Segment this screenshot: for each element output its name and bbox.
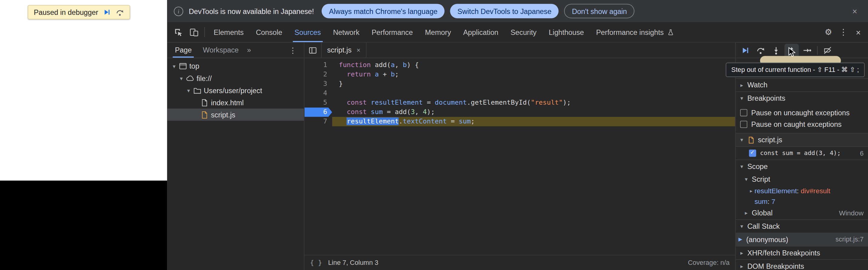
- pause-uncaught-label: Pause on uncaught exceptions: [751, 109, 850, 117]
- switch-devtools-to-japanese-button[interactable]: Switch DevTools to Japanese: [450, 4, 559, 18]
- settings-gear-icon[interactable]: ⚙: [821, 27, 836, 37]
- controls-separator: [817, 46, 818, 55]
- more-options-kebab-icon[interactable]: ⋮: [836, 27, 851, 37]
- tree-item-users-user-project[interactable]: ▾Users/user/project: [167, 84, 304, 96]
- editor-tab-scriptjs[interactable]: script.js ×: [321, 43, 367, 58]
- deactivate-breakpoints-button[interactable]: [820, 43, 835, 57]
- code-line-4[interactable]: 4: [304, 89, 735, 98]
- debugger-sidebar: Step out of current function - ⇧ F11 - ⌘…: [735, 43, 868, 270]
- tab-workspace[interactable]: Workspace: [197, 43, 244, 58]
- devtools-toolbar: ElementsConsoleSourcesNetworkPerformance…: [167, 22, 868, 43]
- infobar-actions: Always match Chrome's languageSwitch Dev…: [322, 4, 634, 18]
- scope-global-group[interactable]: ▸ Global Window: [736, 207, 868, 219]
- line-number[interactable]: 1: [304, 60, 332, 70]
- pause-uncaught-row[interactable]: Pause on uncaught exceptions: [736, 107, 868, 118]
- line-number[interactable]: 2: [304, 70, 332, 79]
- code-line-5[interactable]: 5 const resultElement = document.getElem…: [304, 98, 735, 108]
- scope-script-group[interactable]: ▾ Script: [736, 173, 868, 186]
- step-out-button[interactable]: [784, 43, 799, 57]
- line-number[interactable]: 3: [304, 79, 332, 89]
- scope-section-header[interactable]: ▾ Scope: [736, 159, 868, 173]
- var-name: sum: [754, 198, 768, 205]
- infobar-close-icon[interactable]: ×: [848, 6, 861, 16]
- watch-section-header[interactable]: ▸ Watch: [736, 78, 868, 91]
- file-icon: [199, 98, 210, 107]
- pause-caught-row[interactable]: Pause on caught exceptions: [736, 119, 868, 130]
- frame-location: script.js:7: [836, 235, 864, 243]
- code-line-3[interactable]: 3}: [304, 79, 735, 89]
- pretty-print-icon[interactable]: { }: [310, 259, 322, 267]
- tab-performance-insights[interactable]: Performance insights: [590, 22, 680, 42]
- code-line-1[interactable]: 1function add(a, b) {: [304, 60, 735, 70]
- var-name: resultElement: [754, 187, 797, 195]
- pause-caught-checkbox[interactable]: [740, 121, 747, 128]
- tab-close-icon[interactable]: ×: [356, 46, 361, 54]
- coverage-status: Coverage: n/a: [688, 259, 730, 267]
- tree-item-index-html[interactable]: index.html: [167, 96, 304, 109]
- scope-var-sum[interactable]: sum: 7: [736, 196, 868, 207]
- tab-elements[interactable]: Elements: [208, 22, 250, 42]
- navigator-kebab-icon[interactable]: ⋮: [284, 46, 302, 55]
- step-button[interactable]: [800, 43, 814, 57]
- call-stack-frame[interactable]: ▶ (anonymous) script.js:7: [736, 233, 868, 246]
- tab-label: Lighthouse: [549, 28, 584, 36]
- navigator-toggle-icon[interactable]: [304, 43, 321, 58]
- always-match-chrome-s-language-button[interactable]: Always match Chrome's language: [322, 4, 445, 18]
- var-value: 7: [772, 198, 776, 205]
- tree-item-label: file://: [195, 74, 212, 82]
- code-line-6[interactable]: 6 const sum = add(3, 4);: [304, 108, 735, 117]
- code-line-text: const sum = add(3, 4);: [332, 108, 735, 117]
- breakpoint-checkbox[interactable]: [749, 150, 756, 157]
- tab-performance[interactable]: Performance: [366, 22, 419, 42]
- breakpoint-marker[interactable]: 6: [304, 108, 332, 117]
- tab-sources[interactable]: Sources: [288, 22, 327, 42]
- tab-label: Network: [333, 28, 359, 36]
- js-file-icon: [747, 136, 755, 144]
- device-toolbar-icon[interactable]: [186, 25, 202, 39]
- cursor-position: Line 7, Column 3: [328, 259, 378, 267]
- tab-label: Console: [256, 28, 282, 36]
- tree-item-file-[interactable]: ▾file://: [167, 72, 304, 84]
- global-value: Window: [839, 209, 864, 217]
- don-t-show-again-button[interactable]: Don't show again: [564, 4, 634, 18]
- pause-uncaught-checkbox[interactable]: [740, 109, 747, 117]
- navigator-pane: Page Workspace » ⋮ ▾top▾file://▾Users/us…: [167, 43, 304, 270]
- step-out-tooltip: Step out of current function - ⇧ F11 - ⌘…: [726, 62, 865, 77]
- tab-console[interactable]: Console: [250, 22, 288, 42]
- breakpoints-label: Breakpoints: [747, 94, 785, 102]
- tab-label: Performance: [372, 28, 413, 36]
- close-devtools-icon[interactable]: ×: [851, 27, 866, 37]
- step-over-button[interactable]: [753, 43, 768, 57]
- breakpoint-file-group[interactable]: ▾ script.js: [736, 133, 868, 147]
- breakpoint-file-label: script.js: [758, 136, 782, 144]
- scope-var-resultelement[interactable]: ▸ resultElement: div#result: [736, 186, 868, 196]
- tab-lighthouse[interactable]: Lighthouse: [543, 22, 590, 42]
- xhr-breakpoints-section-header[interactable]: ▸ XHR/fetch Breakpoints: [736, 246, 868, 260]
- more-tabs-chevron-icon[interactable]: »: [244, 46, 254, 54]
- breakpoint-entry[interactable]: const sum = add(3, 4); 6: [736, 147, 868, 159]
- line-number[interactable]: 4: [304, 89, 332, 98]
- tree-item-script-js[interactable]: script.js: [167, 109, 304, 121]
- scope-label: Scope: [747, 162, 768, 171]
- tab-page[interactable]: Page: [169, 43, 197, 58]
- breakpoints-section-header[interactable]: ▾ Breakpoints: [736, 91, 868, 104]
- step-into-button[interactable]: [769, 43, 783, 57]
- line-number[interactable]: 5: [304, 98, 332, 108]
- code-editor[interactable]: 1function add(a, b) {2 return a + b;3}45…: [304, 58, 735, 254]
- chevron-right-icon: ▸: [748, 188, 754, 193]
- step-over-next-icon[interactable]: [116, 8, 124, 16]
- tree-item-top[interactable]: ▾top: [167, 60, 304, 72]
- code-line-2[interactable]: 2 return a + b;: [304, 70, 735, 79]
- tab-network[interactable]: Network: [327, 22, 365, 42]
- line-number[interactable]: 7: [304, 117, 332, 126]
- tab-application[interactable]: Application: [457, 22, 504, 42]
- dom-breakpoints-section-header[interactable]: ▸ DOM Breakpoints: [736, 260, 868, 270]
- resume-button[interactable]: [738, 43, 752, 57]
- tab-memory[interactable]: Memory: [419, 22, 457, 42]
- editor-tabbar: script.js ×: [304, 43, 735, 58]
- code-line-7[interactable]: 7 resultElement.textContent = sum;: [304, 117, 735, 126]
- tab-security[interactable]: Security: [504, 22, 543, 42]
- resume-script-icon[interactable]: [103, 8, 111, 16]
- call-stack-section-header[interactable]: ▾ Call Stack: [736, 219, 868, 233]
- inspect-element-icon[interactable]: [170, 25, 186, 39]
